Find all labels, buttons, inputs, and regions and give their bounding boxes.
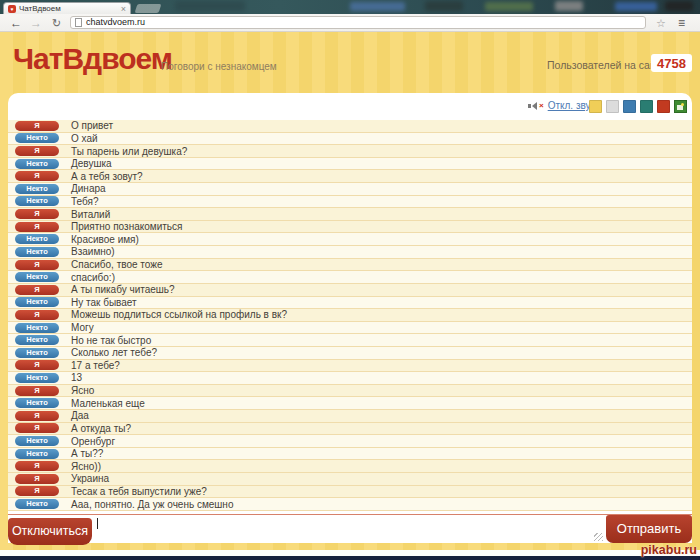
message-text: Взаимно): [71, 246, 115, 257]
back-button[interactable]: ←: [10, 15, 22, 31]
color-swatch-red[interactable]: [657, 100, 670, 113]
sender-badge: Некто: [15, 323, 59, 333]
chat-row: Я О привет: [8, 120, 692, 133]
message-text: Ааа, понятно. Да уж очень смешно: [71, 499, 233, 510]
chat-row: Некто О хай: [8, 133, 692, 146]
browser-tab[interactable]: ♥ ЧатВдвоем ×: [3, 2, 131, 14]
sender-badge: Некто: [15, 373, 59, 383]
tab-close-icon[interactable]: ×: [121, 5, 126, 13]
chat-row: Я Можешь подлиться ссылкой на профиль в …: [8, 309, 692, 322]
message-text: Сколько лет тебе?: [71, 347, 157, 358]
chat-row: Некто 13: [8, 372, 692, 385]
chat-row: Некто Сколько лет тебе?: [8, 347, 692, 360]
forward-button[interactable]: →: [30, 15, 42, 31]
message-text: Но не так быстро: [71, 335, 151, 346]
sender-badge: Я: [15, 121, 59, 131]
address-bar[interactable]: chatvdvoem.ru: [70, 16, 646, 29]
chat-row: Некто Но не так быстро: [8, 334, 692, 347]
message-text: Тебя?: [71, 196, 98, 207]
message-text: О хай: [71, 133, 98, 144]
color-swatch-gray[interactable]: [606, 100, 619, 113]
message-text: А а тебя зовут?: [71, 171, 143, 182]
mute-sound-link[interactable]: Откл. звук: [548, 100, 595, 111]
sender-badge: Я: [15, 285, 59, 295]
new-tab-button[interactable]: [135, 4, 162, 13]
chat-row: Некто Тебя?: [8, 196, 692, 209]
message-text: Тесак а тебя выпустили уже?: [71, 486, 207, 497]
chat-row: Некто Маленькая еще: [8, 397, 692, 410]
desktop-blur-shape: [665, 1, 693, 11]
sender-badge: Я: [15, 486, 59, 496]
message-text: Ясно: [71, 385, 94, 396]
message-text: Ты парень или девушка?: [71, 146, 187, 157]
chat-row: Некто Ааа, понятно. Да уж очень смешно: [8, 498, 692, 511]
message-text: Маленькая еще: [71, 398, 145, 409]
message-text: Спасибо, твое тоже: [71, 259, 162, 270]
desktop-blur-shape: [615, 2, 657, 11]
chat-row: Я Спасибо, твое тоже: [8, 259, 692, 272]
sender-badge: Некто: [15, 499, 59, 509]
sender-badge: Некто: [15, 159, 59, 169]
color-swatch-teal[interactable]: [640, 100, 653, 113]
sender-badge: Некто: [15, 272, 59, 282]
sender-badge: Я: [15, 386, 59, 396]
chat-row: Я 17 а тебе?: [8, 360, 692, 373]
image-theme-button[interactable]: [674, 100, 687, 113]
bookmark-star-icon[interactable]: ☆: [656, 15, 666, 31]
sender-badge: Я: [15, 209, 59, 219]
chat-row: Я Даа: [8, 410, 692, 423]
sender-badge: Я: [15, 461, 59, 471]
mute-sound-control[interactable]: × Откл. звук: [528, 100, 595, 111]
sender-badge: Некто: [15, 196, 59, 206]
speaker-icon: [532, 102, 537, 110]
sender-badge: Я: [15, 222, 59, 232]
site-logo[interactable]: ЧатВдвоем: [13, 42, 172, 76]
color-swatch-blue[interactable]: [623, 100, 636, 113]
chat-row: Я Виталий: [8, 208, 692, 221]
url-text[interactable]: chatvdvoem.ru: [86, 17, 145, 28]
send-button[interactable]: Отправить: [606, 515, 692, 543]
message-text: Девушка: [71, 158, 112, 169]
resize-grippie[interactable]: [594, 533, 603, 541]
users-online-label: Пользователей на сайте: [547, 59, 666, 71]
message-text: спасибо:): [71, 272, 115, 283]
bottom-navy-strip: [0, 556, 700, 560]
chat-row: Я А а тебя зовут?: [8, 170, 692, 183]
reload-button[interactable]: ↻: [52, 15, 61, 31]
chat-row: Я Тесак а тебя выпустили уже?: [8, 486, 692, 499]
chat-row: Некто спасибо:): [8, 271, 692, 284]
sender-badge: Некто: [15, 247, 59, 257]
chat-row: Некто Оренбург: [8, 435, 692, 448]
mute-x-icon: ×: [539, 102, 544, 110]
pikabu-watermark: pikabu.ru: [641, 543, 697, 557]
sender-badge: Некто: [15, 348, 59, 358]
sender-badge: Я: [15, 474, 59, 484]
desktop-blur-shape: [485, 2, 533, 11]
speaker-icon: [528, 104, 531, 108]
chat-row: Я Украина: [8, 473, 692, 486]
message-text: А ты??: [71, 448, 103, 459]
message-text: Динара: [71, 183, 106, 194]
message-text: Могу: [71, 322, 94, 333]
chat-row: Я А ты пикабу читаешь?: [8, 284, 692, 297]
chat-row: Я Ясно: [8, 385, 692, 398]
color-swatch-yellow[interactable]: [589, 100, 602, 113]
site-tagline: Поговори с незнакомцем: [161, 61, 277, 72]
chat-row: Некто А ты??: [8, 448, 692, 461]
sender-badge: Некто: [15, 133, 59, 143]
chat-message-list: Я О привет Некто О хай Я Ты парень или д…: [8, 120, 692, 511]
message-input[interactable]: [93, 515, 605, 543]
sender-badge: Некто: [15, 234, 59, 244]
desktop-blur-shape: [350, 2, 405, 11]
site-favicon-icon: ♥: [8, 5, 16, 13]
sender-badge: Некто: [15, 449, 59, 459]
browser-menu-icon[interactable]: ≡: [678, 15, 685, 31]
sender-badge: Некто: [15, 184, 59, 194]
message-text: Украина: [71, 473, 109, 484]
chat-row: Я Приятно познакомиться: [8, 221, 692, 234]
chat-row: Я А откуда ты?: [8, 423, 692, 436]
chat-row: Некто Динара: [8, 183, 692, 196]
screen: ♥ ЧатВдвоем × ← → ↻ chatvdvoem.ru ☆ ≡ Ча…: [0, 0, 700, 560]
disconnect-button[interactable]: Отключиться: [8, 518, 92, 545]
users-count: 4758: [657, 56, 686, 71]
